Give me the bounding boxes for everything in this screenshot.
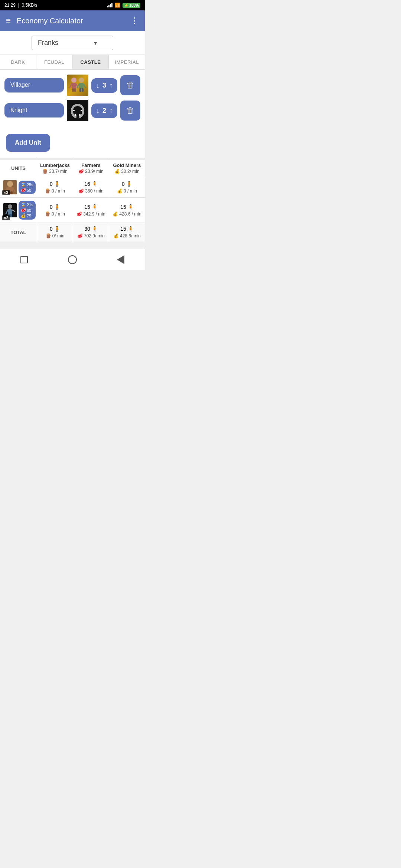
svg-rect-5: [74, 88, 76, 92]
nav-square-button[interactable]: [17, 253, 31, 266]
add-unit-button[interactable]: Add Unit: [6, 134, 50, 152]
menu-icon[interactable]: ≡: [6, 16, 11, 26]
knight-gold-cost: 💰 75: [21, 213, 33, 218]
worker-icon-2: 🧍: [91, 181, 98, 187]
worker-total-icon-3: 🧍: [127, 226, 134, 232]
era-tabs: DARK FEUDAL CASTLE IMPERIAL: [0, 55, 145, 70]
square-icon: [20, 256, 28, 263]
lumberjacks-rate: 🪵 33.7/ min: [39, 169, 71, 174]
resource-table: UNITS Lumberjacks 🪵 33.7/ min Farmers 🥩 …: [0, 159, 145, 241]
table-row-knight: ⌛ 21s 🥩 60 💰 75 ×2 0 🧍: [0, 198, 145, 223]
svg-line-27: [12, 210, 15, 211]
svg-line-9: [84, 84, 85, 88]
villager-farmer-cell: 16 🧍 🥩 360 / min: [73, 177, 109, 197]
back-icon: [117, 255, 124, 264]
units-column-header: UNITS: [0, 160, 37, 177]
svg-point-18: [7, 181, 13, 187]
app-bar: ≡ Economy Calculator ⋮: [0, 10, 145, 31]
villager-name-button[interactable]: Villager: [4, 78, 64, 93]
lumberjacks-column-header: Lumberjacks 🪵 33.7/ min: [37, 160, 73, 177]
worker-icon-6: 🧍: [127, 204, 134, 210]
circle-icon: [68, 255, 77, 264]
villager-count-badge: ×3: [2, 190, 10, 195]
villager-delete-button[interactable]: 🗑: [120, 75, 140, 95]
knight-goldminer-cell: 15 🧍 💰 428.6 / min: [109, 198, 145, 223]
knight-count: 2: [102, 107, 106, 115]
svg-point-6: [79, 78, 84, 83]
total-goldminer-cell: 15 🧍 💰 428.6/ min: [109, 223, 145, 241]
villager-portrait-svg: [68, 76, 87, 95]
knight-portrait: [67, 100, 88, 121]
villager-goldminer-cell: 0 🧍 💰 0 / min: [109, 177, 145, 197]
unit-row-villager: Villager ↓ 3 ↑: [4, 75, 140, 96]
villager-food-cost: 🥩 50: [21, 188, 33, 193]
villager-info-cell: ⌛ 25s 🥩 50 ×3: [0, 177, 37, 197]
svg-rect-10: [79, 88, 81, 92]
goldminers-column-header: Gold Miners 💰 30.2/ min: [109, 160, 145, 177]
knight-counter[interactable]: ↓ 2 ↑: [91, 103, 117, 118]
tab-dark[interactable]: DARK: [0, 55, 36, 69]
worker-icon-3: 🧍: [126, 181, 132, 187]
villager-increase[interactable]: ↑: [109, 81, 113, 90]
villager-time: ⌛ 25s: [21, 182, 33, 187]
knight-increase[interactable]: ↑: [109, 106, 113, 115]
svg-rect-7: [79, 83, 84, 89]
signal-icon: [107, 3, 113, 7]
svg-rect-25: [8, 209, 12, 214]
table-total-row: TOTAL 0 🧍 🪵 0/ min 30 🧍 🥩 702.9/ min: [0, 223, 145, 241]
svg-point-24: [8, 204, 12, 209]
status-time: 21:29: [4, 3, 16, 8]
villager-count: 3: [102, 82, 106, 89]
villager-lumberjack-cell: 0 🧍 🪵 0 / min: [37, 177, 73, 197]
svg-rect-4: [72, 88, 74, 92]
knight-portrait-svg: [68, 101, 87, 120]
knight-name-button[interactable]: Knight: [4, 103, 64, 118]
total-farmer-cell: 30 🧍 🥩 702.9/ min: [73, 223, 109, 241]
worker-icon-4: 🧍: [54, 204, 60, 210]
nav-back-button[interactable]: [114, 253, 127, 266]
svg-point-0: [71, 78, 76, 83]
villager-counter[interactable]: ↓ 3 ↑: [91, 78, 117, 93]
svg-rect-29: [10, 214, 12, 217]
villager-portrait: [67, 75, 88, 96]
svg-line-26: [6, 210, 8, 214]
svg-point-15: [81, 110, 82, 111]
table-row-villager: ⌛ 25s 🥩 50 ×3 0 🧍 🪵 0 / min: [0, 177, 145, 198]
farmers-rate: 🥩 23.9/ min: [75, 169, 107, 174]
worker-icon-1: 🧍: [54, 181, 60, 187]
svg-rect-1: [72, 83, 76, 89]
villager-stats-box: ⌛ 25s 🥩 50: [19, 181, 36, 194]
goldminers-rate: 💰 30.2/ min: [111, 169, 143, 174]
nav-home-button[interactable]: [66, 253, 79, 266]
svg-rect-23: [10, 191, 13, 194]
faction-arrow-icon: ▼: [93, 40, 98, 46]
more-icon[interactable]: ⋮: [130, 16, 139, 26]
tab-castle[interactable]: CASTLE: [73, 55, 109, 69]
total-lumberjack-cell: 0 🧍 🪵 0/ min: [37, 223, 73, 241]
faction-selected: Franks: [38, 39, 93, 47]
knight-lumberjack-cell: 0 🧍 🪵 0 / min: [37, 198, 73, 223]
status-icons: 📶 ⚡ 100%: [107, 3, 140, 8]
faction-dropdown[interactable]: Franks ▼: [32, 36, 113, 50]
villager-decrease[interactable]: ↓: [96, 81, 100, 90]
battery-icon: ⚡ 100%: [123, 3, 140, 8]
units-section: Villager ↓ 3 ↑: [0, 70, 145, 129]
worker-total-icon-1: 🧍: [54, 226, 60, 232]
worker-icon-5: 🧍: [91, 204, 98, 210]
knight-info-cell: ⌛ 21s 🥩 60 💰 75 ×2: [0, 198, 37, 223]
app-title: Economy Calculator: [17, 17, 130, 25]
tab-imperial[interactable]: IMPERIAL: [109, 55, 145, 69]
tab-feudal[interactable]: FEUDAL: [36, 55, 73, 69]
knight-decrease[interactable]: ↓: [96, 106, 100, 115]
add-unit-section: Add Unit: [0, 129, 145, 158]
knight-food-cost: 🥩 60: [21, 208, 33, 213]
knight-delete-button[interactable]: 🗑: [120, 101, 140, 121]
unit-row-knight: Knight ↓ 2 ↑ 🗑: [4, 100, 140, 121]
svg-point-17: [79, 114, 81, 116]
status-bar: 21:29 | 0,5KB/s 📶 ⚡ 100%: [0, 0, 145, 10]
status-speed: 0,5KB/s: [22, 3, 37, 8]
status-time-speed: 21:29 | 0,5KB/s: [4, 3, 38, 8]
total-label: TOTAL: [0, 223, 37, 241]
bottom-navigation: [0, 249, 145, 270]
svg-rect-11: [82, 88, 84, 92]
